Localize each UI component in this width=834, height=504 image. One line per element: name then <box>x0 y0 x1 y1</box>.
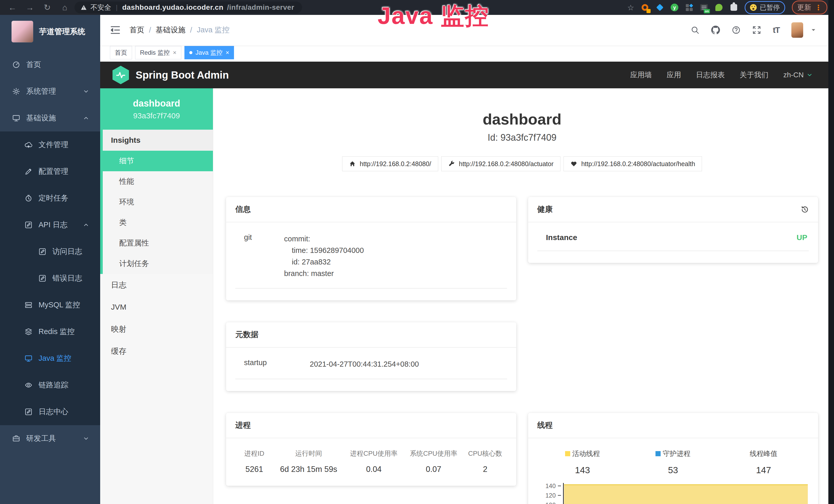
avatar[interactable] <box>791 22 803 38</box>
sidebar-item-Java-监控[interactable]: Java 监控 <box>0 345 100 372</box>
sba-menu-计划任务[interactable]: 计划任务 <box>103 253 213 274</box>
sba-menu-类[interactable]: 类 <box>103 212 213 233</box>
sba-brand-title: Spring Boot Admin <box>136 69 229 81</box>
sidebar-item-首页[interactable]: 首页 <box>0 51 100 78</box>
metadata-card-header: 元数据 <box>226 322 516 348</box>
breadcrumb-separator: / <box>149 26 151 35</box>
sidebar-item-label: 研发工具 <box>26 433 56 444</box>
kebab-menu-icon[interactable]: ⋮ <box>815 3 822 12</box>
paused-badge[interactable]: 已暂停 <box>745 1 785 14</box>
sidebar-item-配置管理[interactable]: 配置管理 <box>0 158 100 185</box>
sba-nav: 应用墙应用日志报表关于我们zh-CN <box>630 70 813 80</box>
url-path: /infra/admin-server <box>227 3 294 12</box>
tab-Redis-监控[interactable]: Redis 监控× <box>135 46 181 59</box>
extension-y-icon[interactable]: y <box>671 4 678 11</box>
warning-icon[interactable] <box>81 4 87 10</box>
browser-reload-icon[interactable]: ↻ <box>42 3 52 12</box>
sidebar-item-Redis-监控[interactable]: Redis 监控 <box>0 318 100 345</box>
sidebar-item-API-日志[interactable]: API 日志 <box>0 211 100 238</box>
eye-icon <box>25 381 32 389</box>
sba-locale-select[interactable]: zh-CN <box>784 71 813 79</box>
breadcrumb-item[interactable]: 首页 <box>129 25 144 35</box>
legend-value: 143 <box>537 465 628 475</box>
insights-header: Insights <box>103 130 213 151</box>
sba-nav-关于我们[interactable]: 关于我们 <box>740 70 768 80</box>
close-icon[interactable]: × <box>225 49 229 56</box>
sba-menu-JVM[interactable]: JVM <box>100 296 213 318</box>
insights-items: 细节性能环境类配置属性计划任务 <box>103 151 213 274</box>
page-title: dashboard <box>226 110 818 128</box>
extension-grid-icon[interactable] <box>685 3 693 12</box>
sba-menu-日志[interactable]: 日志 <box>100 274 213 296</box>
sba-instance-block[interactable]: dashboard 93a3fc7f7409 <box>100 88 213 130</box>
tab-Java-监控[interactable]: Java 监控× <box>184 46 234 59</box>
sba-nav-日志报表[interactable]: 日志报表 <box>696 70 725 80</box>
admin-sidebar: 芋道管理系统 首页系统管理基础设施文件管理配置管理定时任务API 日志访问日志错… <box>0 15 100 504</box>
sidebar-item-定时任务[interactable]: 定时任务 <box>0 185 100 211</box>
history-icon[interactable] <box>800 205 809 214</box>
endpoint-link[interactable]: http://192.168.0.2:48080/ <box>342 156 438 171</box>
endpoint-link[interactable]: http://192.168.0.2:48080/actuator/health <box>564 156 702 171</box>
extension-leaf-icon[interactable] <box>715 3 723 12</box>
extension-pin-icon[interactable] <box>656 3 664 12</box>
sba-menu-环境[interactable]: 环境 <box>103 192 213 212</box>
sidebar-fold-icon[interactable] <box>110 25 121 36</box>
sidebar-item-MySQL-监控[interactable]: MySQL 监控 <box>0 292 100 318</box>
sba-menu-细节[interactable]: 细节 <box>103 151 213 171</box>
update-button[interactable]: 更新 ⋮ <box>792 1 827 15</box>
sidebar-item-系统管理[interactable]: 系统管理 <box>0 78 100 105</box>
sba-nav-应用[interactable]: 应用 <box>667 70 681 80</box>
git-value: commit:time: 1596289704000id: 27aa832bra… <box>284 233 507 279</box>
address-bar[interactable]: 不安全 | dashboard.yudao.iocoder.cn/infra/a… <box>74 2 302 13</box>
sidebar-item-label: 定时任务 <box>39 193 68 203</box>
endpoint-link[interactable]: http://192.168.0.2:48080/actuator <box>441 156 561 171</box>
process-col-header: 进程ID <box>235 449 273 458</box>
sba-locale-label: zh-CN <box>784 71 804 79</box>
sidebar-item-研发工具[interactable]: 研发工具 <box>0 425 100 452</box>
close-icon[interactable]: × <box>173 49 176 56</box>
bookmark-star-icon[interactable]: ☆ <box>627 3 634 12</box>
row-divider <box>235 288 507 289</box>
browser-forward-icon[interactable]: → <box>25 3 35 12</box>
git-line: branch: master <box>284 268 507 279</box>
sba-menu-映射[interactable]: 映射 <box>100 318 213 340</box>
sidebar-item-文件管理[interactable]: 文件管理 <box>0 132 100 158</box>
threads-card: 线程 活动线程143守护进程53线程峰值147 140120100 <box>528 413 818 504</box>
app-title: 芋道管理系统 <box>39 26 85 37</box>
cards-grid: 信息 git commit:time: 1596289704000id: 27a… <box>226 197 818 504</box>
search-icon[interactable] <box>691 26 699 35</box>
editsq-icon <box>25 408 32 416</box>
github-icon[interactable] <box>711 26 720 35</box>
extension-list-icon[interactable]: on <box>700 3 708 12</box>
process-col-value: 5261 <box>235 465 273 474</box>
row-divider <box>537 251 809 251</box>
sba-menu-性能[interactable]: 性能 <box>103 171 213 192</box>
sidebar-item-label: 首页 <box>26 60 41 70</box>
git-key: git <box>235 233 284 279</box>
sba-body: dashboard 93a3fc7f7409 Insights 细节性能环境类配… <box>100 88 828 504</box>
extension-donut-icon[interactable] <box>641 3 649 12</box>
breadcrumb-item[interactable]: 基础设施 <box>156 25 185 35</box>
sidebar-item-日志中心[interactable]: 日志中心 <box>0 398 100 425</box>
window-scrollbar-strip[interactable] <box>828 0 834 504</box>
sidebar-item-访问日志[interactable]: 访问日志 <box>0 238 100 265</box>
sidebar-item-基础设施[interactable]: 基础设施 <box>0 105 100 132</box>
tab-首页[interactable]: 首页 <box>110 46 132 59</box>
sba-menu-配置属性[interactable]: 配置属性 <box>103 233 213 253</box>
text-size-icon[interactable]: tT <box>773 25 780 35</box>
sidebar-item-错误日志[interactable]: 错误日志 <box>0 265 100 292</box>
browser-back-icon[interactable]: ← <box>7 3 18 12</box>
pen-icon <box>25 168 32 175</box>
chevron-up-icon <box>83 115 89 121</box>
breadcrumb-separator: / <box>190 26 192 35</box>
fullscreen-icon[interactable] <box>752 26 761 35</box>
extension-puzzle-icon[interactable] <box>730 3 738 12</box>
sba-menu-缓存[interactable]: 缓存 <box>100 340 213 362</box>
briefcase-icon <box>12 435 20 442</box>
sba-nav-应用墙[interactable]: 应用墙 <box>630 70 652 80</box>
legend-item: 守护进程53 <box>628 449 719 475</box>
user-caret-icon[interactable] <box>810 27 816 33</box>
sidebar-item-链路追踪[interactable]: 链路追踪 <box>0 372 100 398</box>
browser-home-icon[interactable]: ⌂ <box>60 3 70 12</box>
help-icon[interactable] <box>732 26 741 35</box>
